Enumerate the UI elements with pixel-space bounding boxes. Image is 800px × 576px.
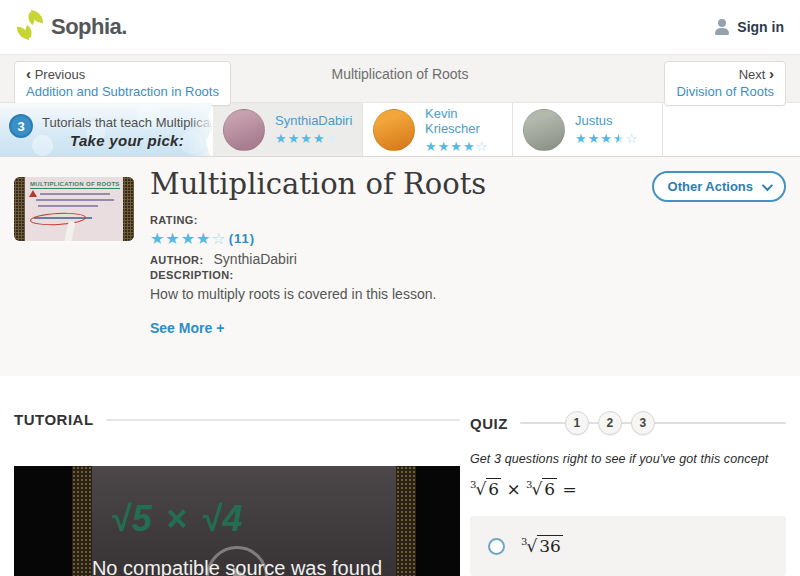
avatar-kevin-kriescher [373, 109, 415, 151]
radio-button[interactable] [488, 538, 505, 555]
quiz-column: QUIZ 1 2 3 Get 3 questions right to see … [470, 411, 786, 576]
thumbnail-red-circle [30, 212, 87, 227]
thumbnail-warn-triangle [29, 190, 37, 197]
tutor-rating-stars: ★★★★★ [275, 132, 352, 146]
author-block: AUTHOR: SynthiaDabiri [150, 251, 297, 267]
radical-sign: √ [526, 536, 537, 556]
avatar-synthiadabiri [223, 109, 265, 151]
sign-in-button[interactable]: Sign in [714, 19, 784, 35]
tutorial-heading: TUTORIAL [14, 411, 94, 428]
lower-content: TUTORIAL √5 × √4 No compatible source wa… [0, 376, 800, 576]
previous-lesson-link[interactable]: Addition and Subtraction in Roots [26, 83, 219, 100]
author-label: AUTHOR: [150, 254, 204, 266]
sophia-leaf-icon [16, 9, 44, 45]
video-board-math: √5 × √4 [110, 498, 245, 540]
picker-intro: 3 Tutorials that teach Multiplicatio Tak… [0, 103, 213, 156]
tutor-card-synthiadabiri[interactable]: SynthiaDabiri ★★★★★ [213, 103, 363, 156]
tutor-name[interactable]: Justus [575, 113, 638, 128]
lesson-navbar: Multiplication of Roots ‹ Previous Addit… [0, 55, 800, 103]
rating-block: RATING: ★★★★☆ (11) [150, 214, 255, 248]
tutor-rating-stars: ★★★★☆ [575, 132, 638, 146]
sign-in-label: Sign in [737, 19, 784, 35]
chevron-left-icon: ‹ [26, 65, 31, 82]
see-more-link[interactable]: See More + [150, 320, 224, 336]
tutorial-picker-strip: 3 Tutorials that teach Multiplicatio Tak… [0, 103, 800, 157]
tutorial-heading-rule [106, 419, 460, 421]
next-lesson-link[interactable]: Division of Roots [676, 83, 774, 100]
tutorial-count-badge: 3 [9, 114, 33, 138]
quiz-instruction: Get 3 questions right to see if you've g… [470, 452, 786, 466]
thumbnail-board-title: Multiplication of Roots [30, 181, 120, 189]
author-name: SynthiaDabiri [214, 251, 297, 267]
radical-sign: √ [475, 479, 486, 499]
quiz-steps: 1 2 3 [520, 411, 786, 435]
sophia-logo[interactable]: Sophia. [16, 9, 127, 45]
picker-label-fade [187, 103, 213, 156]
other-actions-button[interactable]: Other Actions [652, 171, 786, 202]
next-lesson-button[interactable]: Next › Division of Roots [664, 61, 786, 106]
quiz-step-1[interactable]: 1 [565, 411, 589, 435]
person-icon [714, 19, 730, 35]
avatar-justus [523, 109, 565, 151]
top-header: Sophia. Sign in [0, 0, 800, 55]
picker-tagline: Take your pick: [70, 132, 184, 149]
previous-label: Previous [35, 67, 86, 82]
video-player[interactable]: √5 × √4 No compatible source was found [14, 466, 460, 576]
page-title: Multiplication of Roots [150, 167, 486, 201]
previous-lesson-button[interactable]: ‹ Previous Addition and Subtraction in R… [14, 61, 231, 106]
next-label: Next [739, 67, 766, 82]
tutor-name[interactable]: Kevin Kriescher [425, 106, 504, 136]
quiz-heading: QUIZ [470, 415, 508, 432]
description-label: DESCRIPTION: [150, 269, 436, 281]
answer-option-label: 3√36 [521, 536, 563, 556]
lesson-summary-section: Multiplication of Roots Multiplication o… [0, 157, 800, 376]
logo-wordmark: Sophia. [51, 14, 127, 40]
lesson-rating-stars: ★★★★☆ (11) [150, 229, 255, 248]
lesson-thumbnail[interactable]: Multiplication of Roots [14, 177, 134, 241]
other-actions-label: Other Actions [668, 179, 753, 194]
tutor-card-justus[interactable]: Justus ★★★★☆ [513, 103, 663, 156]
tutor-name[interactable]: SynthiaDabiri [275, 113, 352, 128]
description-block: DESCRIPTION: How to multiply roots is co… [150, 269, 436, 302]
chevron-right-icon: › [769, 65, 774, 82]
tutor-rating-stars: ★★★★☆ [425, 140, 504, 154]
chevron-down-icon [762, 179, 773, 190]
video-error-text: No compatible source was found [14, 557, 460, 576]
rating-label: RATING: [150, 214, 255, 226]
tutorial-column: TUTORIAL √5 × √4 No compatible source wa… [14, 411, 460, 576]
quiz-answer-option[interactable]: 3√36 [470, 516, 786, 576]
tutor-card-kevin-kriescher[interactable]: Kevin Kriescher ★★★★☆ [363, 103, 513, 156]
radical-sign: √ [531, 479, 542, 499]
quiz-step-3[interactable]: 3 [631, 411, 655, 435]
description-text: How to multiply roots is covered in this… [150, 286, 436, 302]
quiz-step-2[interactable]: 2 [598, 411, 622, 435]
rating-count[interactable]: (11) [229, 231, 255, 246]
quiz-question: 3√6 × 3√6 = [470, 479, 786, 499]
